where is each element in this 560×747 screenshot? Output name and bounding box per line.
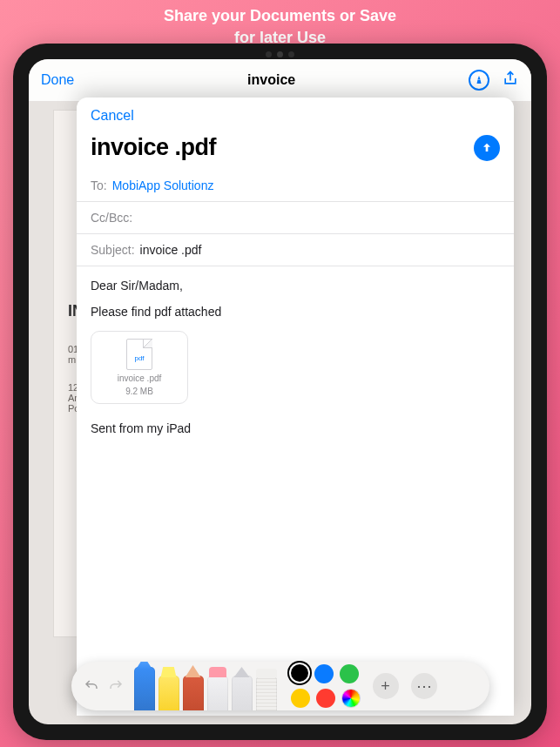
redo-button[interactable]	[108, 678, 124, 694]
share-button[interactable]	[502, 70, 519, 91]
ipad-frame: IN 01 mil 123 An Po Done invoice D	[13, 44, 547, 740]
pen-tool[interactable]	[134, 667, 155, 710]
color-swatch-green[interactable]	[340, 664, 359, 683]
subject-label: Subject:	[91, 243, 135, 257]
color-picker-button[interactable]	[341, 689, 361, 708]
subject-value: invoice .pdf	[140, 243, 202, 257]
navbar: Done invoice	[29, 59, 531, 101]
done-button[interactable]: Done	[41, 72, 74, 88]
eraser-tool[interactable]	[207, 676, 228, 710]
promo-banner: Share your Documents or Save for later U…	[0, 0, 560, 49]
add-button[interactable]: +	[373, 673, 399, 699]
undo-button[interactable]	[84, 678, 99, 694]
attachment-size: 9.2 MB	[125, 387, 153, 396]
arrow-up-icon	[480, 141, 494, 155]
markup-toggle-button[interactable]	[469, 70, 489, 91]
compose-title: invoice .pdf	[91, 134, 216, 161]
page-title: invoice	[74, 72, 469, 88]
ccbcc-field[interactable]: Cc/Bcc:	[77, 202, 514, 234]
body-line: Please find pdf attached	[91, 305, 500, 319]
pencil-tool[interactable]	[183, 676, 204, 710]
highlighter-tool[interactable]	[159, 676, 179, 710]
ruler-tool[interactable]	[256, 676, 277, 710]
ipad-camera	[259, 51, 302, 57]
color-swatch-red[interactable]	[316, 689, 335, 708]
banner-line1: Share your Documents or Save	[0, 5, 560, 27]
body-greeting: Dear Sir/Madam,	[91, 279, 500, 293]
attachment-chip[interactable]: pdf invoice .pdf 9.2 MB	[91, 331, 188, 404]
color-swatch-blue[interactable]	[314, 664, 334, 683]
to-value: MobiApp Solutionz	[112, 178, 214, 192]
attachment-name: invoice .pdf	[118, 374, 162, 383]
screen: IN 01 mil 123 An Po Done invoice D	[29, 59, 531, 724]
to-field[interactable]: To: MobiApp Solutionz	[77, 170, 514, 202]
cancel-button[interactable]: Cancel	[91, 108, 134, 123]
markup-icon	[474, 75, 484, 85]
share-icon	[502, 70, 519, 87]
color-swatches	[291, 664, 361, 708]
lasso-tool[interactable]	[232, 676, 253, 710]
file-icon: pdf	[126, 339, 152, 370]
more-button[interactable]: ⋯	[411, 673, 437, 699]
color-swatch-yellow[interactable]	[291, 689, 310, 708]
subject-field[interactable]: Subject: invoice .pdf	[77, 234, 514, 266]
drawing-tools	[134, 662, 277, 710]
to-label: To:	[91, 178, 107, 192]
ccbcc-label: Cc/Bcc:	[91, 211, 132, 225]
compose-body[interactable]: Dear Sir/Madam, Please find pdf attached…	[77, 266, 514, 460]
signature: Sent from my iPad	[91, 421, 500, 435]
send-button[interactable]	[474, 135, 500, 161]
mail-compose-sheet: Cancel invoice .pdf To: MobiApp Solution…	[77, 98, 514, 716]
color-swatch-black[interactable]	[291, 664, 308, 682]
markup-toolbar: + ⋯	[71, 662, 489, 710]
